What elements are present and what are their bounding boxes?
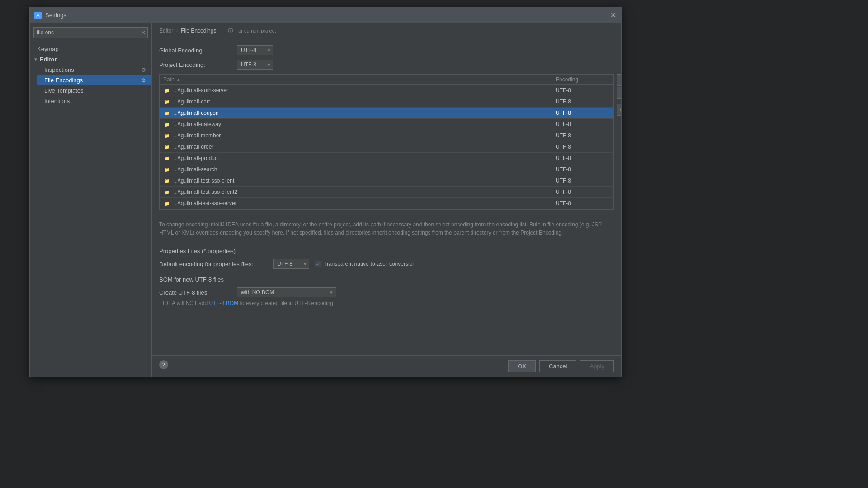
sidebar-item-file-encodings[interactable]: File Encodings ⚙ — [37, 75, 151, 85]
table-row[interactable]: 📁 ...\\gulimall-auth-server UTF-8 — [160, 85, 613, 96]
folder-icon: 📁 — [163, 132, 170, 139]
sidebar-file-encodings-label: File Encodings — [44, 77, 83, 84]
global-encoding-select[interactable]: UTF-8 — [237, 45, 273, 55]
dialog-body: ✕ Keymap ▼ Editor Inspections ⚙ — [30, 23, 621, 377]
help-button[interactable]: ? — [159, 360, 168, 369]
sidebar-item-live-templates[interactable]: Live Templates — [37, 85, 151, 96]
search-input[interactable] — [33, 27, 148, 38]
transparent-conversion-label: Transparent native-to-ascii conversion — [324, 261, 415, 267]
file-encoding: UTF-8 — [556, 132, 610, 139]
project-encoding-select-wrapper: UTF-8 — [237, 60, 273, 70]
sidebar-intentions-label: Intentions — [44, 98, 70, 104]
properties-encoding-select[interactable]: UTF-8 — [273, 259, 309, 269]
file-encoding: UTF-8 — [556, 189, 610, 195]
table-row[interactable]: 📁 ...\\gulimall-search UTF-8 — [160, 164, 613, 175]
file-table-wrapper: Path ▲ Encoding 📁 .. — [159, 74, 614, 210]
folder-icon: 📁 — [163, 98, 170, 105]
transparent-conversion-checkbox[interactable] — [315, 261, 321, 267]
utf8-bom-link[interactable]: UTF-8 BOM — [209, 300, 238, 306]
sidebar-item-intentions[interactable]: Intentions — [37, 96, 151, 106]
bom-create-row: Create UTF-8 files: with NO BOM with BOM — [159, 287, 614, 297]
file-encoding: UTF-8 — [556, 110, 610, 116]
project-encoding-row: Project Encoding: UTF-8 — [159, 60, 614, 70]
encoding-description: To change encoding IntelliJ IDEA uses fo… — [159, 217, 614, 240]
apply-button[interactable]: Apply — [580, 360, 614, 372]
inspections-gear-icon: ⚙ — [141, 67, 146, 73]
bom-note: IDEA will NOT add UTF-8 BOM to every cre… — [163, 300, 614, 306]
global-encoding-label: Global Encoding: — [159, 47, 231, 54]
file-encodings-gear-icon: ⚙ — [141, 77, 146, 84]
file-encoding: UTF-8 — [556, 87, 610, 94]
file-encoding: UTF-8 — [556, 166, 610, 173]
sidebar-tree: Keymap ▼ Editor Inspections ⚙ File Encod… — [30, 42, 151, 377]
ok-button[interactable]: OK — [508, 360, 536, 372]
file-encoding: UTF-8 — [556, 99, 610, 105]
file-encoding: UTF-8 — [556, 178, 610, 184]
file-path: ...\\gulimall-product — [173, 155, 556, 161]
table-side-buttons: + − ✏ — [617, 74, 621, 116]
sort-arrow-icon: ▲ — [176, 77, 181, 82]
file-path: ...\\gulimall-test-sso-client — [173, 178, 556, 184]
properties-encoding-select-wrapper: UTF-8 — [273, 259, 309, 269]
sidebar-item-keymap[interactable]: Keymap — [30, 44, 151, 54]
properties-section: Properties Files (*.properties) Default … — [159, 248, 614, 269]
folder-icon: 📁 — [163, 188, 170, 196]
table-row[interactable]: 📁 ...\\gulimall-coupon UTF-8 — [160, 108, 613, 119]
remove-path-button[interactable]: − — [617, 87, 621, 99]
table-row[interactable]: 📁 ...\\gulimall-product UTF-8 — [160, 153, 613, 164]
info-icon: i — [228, 28, 233, 33]
file-encoding: UTF-8 — [556, 155, 610, 161]
folder-icon: 📁 — [163, 143, 170, 150]
sidebar-item-editor[interactable]: ▼ Editor — [30, 54, 151, 65]
properties-encoding-row: Default encoding for properties files: U… — [159, 259, 614, 269]
settings-dialog: Settings ✕ ✕ Keymap ▼ Editor — [29, 7, 622, 377]
sidebar-editor-children: Inspections ⚙ File Encodings ⚙ Live Temp… — [30, 65, 151, 106]
folder-icon: 📁 — [163, 87, 170, 94]
file-encoding: UTF-8 — [556, 121, 610, 127]
file-table: Path ▲ Encoding 📁 .. — [159, 74, 614, 210]
breadcrumb-current: File Encodings — [181, 28, 217, 34]
main-content: Editor › File Encodings i For current pr… — [152, 23, 621, 377]
folder-icon: 📁 — [163, 200, 170, 207]
add-path-button[interactable]: + — [617, 74, 621, 86]
search-clear-icon[interactable]: ✕ — [141, 29, 146, 36]
table-row[interactable]: 📁 ...\\gulimall-cart UTF-8 — [160, 96, 613, 108]
sidebar-live-templates-label: Live Templates — [44, 87, 83, 94]
project-note-text: For current project — [235, 28, 276, 33]
global-encoding-row: Global Encoding: UTF-8 — [159, 45, 614, 55]
global-encoding-select-wrapper: UTF-8 — [237, 45, 273, 55]
table-row[interactable]: 📁 ...\\gulimall-test-sso-client2 UTF-8 — [160, 187, 613, 198]
folder-icon: 📁 — [163, 109, 170, 117]
bom-create-select[interactable]: with NO BOM with BOM — [237, 287, 336, 297]
table-row[interactable]: 📁 ...\\gulimall-test-sso-client UTF-8 — [160, 175, 613, 187]
sidebar-item-inspections[interactable]: Inspections ⚙ — [37, 65, 151, 75]
bom-section: BOM for new UTF-8 files Create UTF-8 fil… — [159, 276, 614, 306]
sidebar-item-keymap-label: Keymap — [37, 46, 59, 52]
table-row[interactable]: 📁 ...\\gulimall-gateway UTF-8 — [160, 119, 613, 130]
bom-select-wrapper: with NO BOM with BOM — [237, 287, 336, 297]
transparent-conversion-row: Transparent native-to-ascii conversion — [315, 261, 415, 267]
search-box: ✕ — [30, 23, 151, 42]
table-row[interactable]: 📁 ...\\gulimall-member UTF-8 — [160, 130, 613, 141]
file-path: ...\\gulimall-test-sso-server — [173, 200, 556, 206]
bom-create-label: Create UTF-8 files: — [159, 289, 231, 296]
file-table-body: 📁 ...\\gulimall-auth-server UTF-8 📁 ...\… — [160, 85, 613, 209]
file-path: ...\\gulimall-test-sso-client2 — [173, 189, 556, 195]
project-encoding-select[interactable]: UTF-8 — [237, 60, 273, 70]
file-path: ...\\gulimall-gateway — [173, 121, 556, 127]
dialog-title: Settings — [45, 12, 609, 19]
table-row[interactable]: 📁 ...\\gulimall-test-sso-server UTF-8 — [160, 198, 613, 209]
search-input-wrapper: ✕ — [33, 27, 148, 38]
cancel-button[interactable]: Cancel — [539, 360, 576, 372]
close-button[interactable]: ✕ — [609, 12, 617, 19]
breadcrumb-bar: Editor › File Encodings i For current pr… — [152, 23, 621, 38]
file-path: ...\\gulimall-cart — [173, 99, 556, 105]
properties-encoding-label: Default encoding for properties files: — [159, 261, 268, 267]
sidebar: ✕ Keymap ▼ Editor Inspections ⚙ — [30, 23, 152, 377]
file-encoding: UTF-8 — [556, 144, 610, 150]
table-row[interactable]: 📁 ...\\gulimall-order UTF-8 — [160, 141, 613, 153]
edit-path-button[interactable]: ✏ — [617, 104, 621, 116]
file-path: ...\\gulimall-search — [173, 166, 556, 173]
file-path: ...\\gulimall-order — [173, 144, 556, 150]
encoding-column-label: Encoding — [556, 76, 578, 83]
